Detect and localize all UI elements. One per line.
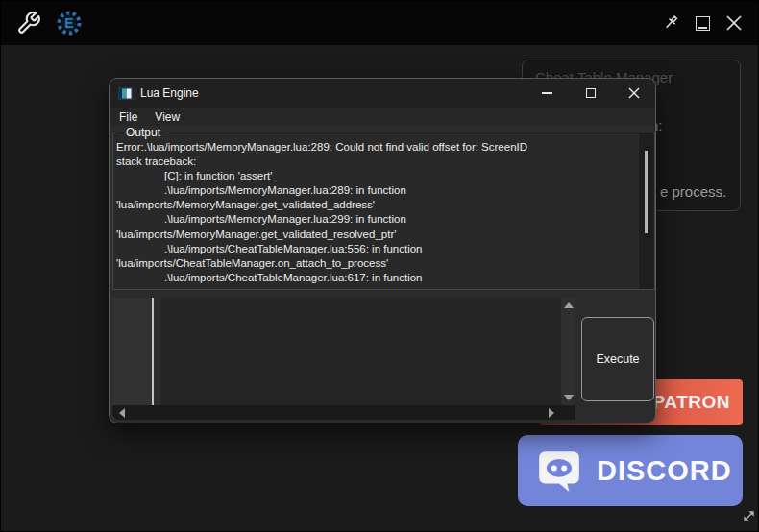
output-line: .\lua/imports/CheatTableManager.lua:556:… <box>116 242 638 256</box>
pin-icon[interactable] <box>658 11 683 36</box>
script-input[interactable] <box>160 298 561 405</box>
app-window: E Cheat Table Manager <box>0 0 759 532</box>
maximize-glyph <box>696 16 710 31</box>
toolbar-left: E <box>1 7 86 39</box>
editor-vertical-scrollbar[interactable] <box>561 298 575 405</box>
scroll-right-icon[interactable] <box>549 408 554 418</box>
scroll-up-icon[interactable] <box>564 302 574 308</box>
main-toolbar: E <box>1 1 759 45</box>
editor-gap <box>154 298 160 405</box>
discord-label: DISCORD <box>597 455 732 487</box>
close-icon[interactable] <box>722 11 747 36</box>
menu-view[interactable]: View <box>148 109 186 125</box>
lua-window-controls <box>526 79 655 108</box>
execute-button[interactable]: Execute <box>581 317 654 401</box>
svg-text:E: E <box>64 15 73 31</box>
output-line: 'lua/imports/MemoryManager.get_validated… <box>116 198 638 212</box>
script-editor <box>112 298 575 405</box>
discord-button[interactable]: DISCORD <box>518 435 743 506</box>
lua-close-icon[interactable] <box>612 79 655 108</box>
lua-window-title: Lua Engine <box>140 86 199 100</box>
lua-engine-window: Lua Engine File View Output Error:.\lua/… <box>109 78 656 423</box>
menu-file[interactable]: File <box>112 109 144 125</box>
wrench-icon[interactable] <box>12 7 45 39</box>
editor-horizontal-scrollbar[interactable] <box>112 405 575 420</box>
output-line: .\lua/imports/MemoryManager.lua:299: in … <box>116 212 638 227</box>
lua-menubar: File View <box>110 108 655 126</box>
output-line: 'lua/imports/CheatTableManager.on_attach… <box>116 256 638 271</box>
output-line: .\lua/imports/MemoryManager.lua:289: in … <box>116 183 638 198</box>
lua-minimize-icon[interactable] <box>526 79 569 108</box>
lua-window-icon <box>118 87 133 100</box>
toolbar-window-controls <box>658 11 759 36</box>
patron-label: PATRON <box>653 392 730 413</box>
cheat-engine-logo[interactable]: E <box>53 7 86 39</box>
output-groupbox: Output Error:.\lua/imports/MemoryManager… <box>112 133 655 290</box>
scroll-down-icon[interactable] <box>564 395 574 400</box>
discord-logo-icon <box>535 447 583 495</box>
lua-titlebar[interactable]: Lua Engine <box>110 79 655 108</box>
scrollbar-thumb[interactable] <box>645 151 648 233</box>
output-text: Error:.\lua/imports/MemoryManager.lua:28… <box>114 140 638 288</box>
output-line: Error:.\lua/imports/MemoryManager.lua:28… <box>116 140 638 155</box>
output-vertical-scrollbar[interactable] <box>639 133 654 289</box>
panel-text-fragment: e process. <box>660 183 726 200</box>
resize-grip-icon[interactable] <box>742 509 756 527</box>
output-label: Output <box>122 126 164 139</box>
maximize-icon[interactable] <box>690 11 715 36</box>
editor-gutter <box>112 298 152 405</box>
output-line: stack traceback: <box>116 155 638 169</box>
output-line: 'lua/imports/MemoryManager.get_validated… <box>116 228 638 242</box>
output-line: [C]: in function 'assert' <box>116 169 638 183</box>
lua-maximize-icon[interactable] <box>569 79 612 108</box>
output-line: .\lua/imports/CheatTableManager.lua:617:… <box>116 271 638 285</box>
scroll-left-icon[interactable] <box>119 408 125 418</box>
